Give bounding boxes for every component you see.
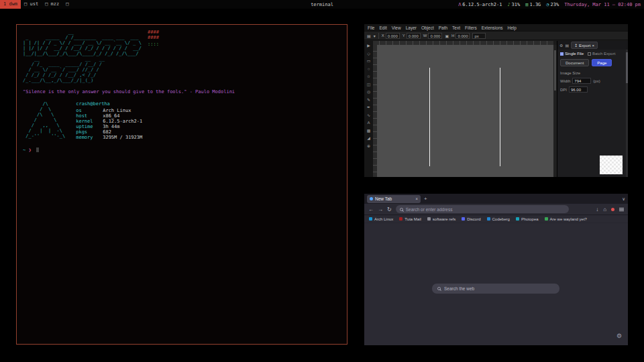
menu-path[interactable]: Path bbox=[439, 25, 447, 30]
menu-filters[interactable]: Filters bbox=[465, 25, 477, 30]
x-value[interactable]: 0.000 bbox=[386, 33, 400, 39]
new-tab-button[interactable]: + bbox=[424, 196, 427, 202]
workspace-tag-4[interactable]: □ bbox=[62, 0, 72, 9]
menu-edit[interactable]: Edit bbox=[379, 25, 386, 30]
close-icon[interactable]: × bbox=[415, 196, 418, 201]
back-button[interactable]: ← bbox=[368, 206, 374, 213]
memory-icon: ▥ bbox=[525, 2, 528, 7]
bookmark-favicon bbox=[462, 217, 465, 221]
panel-scrollbar[interactable] bbox=[626, 50, 628, 177]
home-icon[interactable]: ⌂ bbox=[603, 206, 606, 213]
bookmark-folder-icon bbox=[427, 217, 431, 221]
lock-ratio-icon[interactable]: ▣ bbox=[445, 34, 449, 38]
h-value[interactable]: 0.000 bbox=[455, 33, 470, 39]
document-button[interactable]: Document bbox=[560, 59, 589, 66]
menu-help[interactable]: Help bbox=[508, 25, 517, 30]
new-tab-page: Search the web ⚙ bbox=[364, 223, 628, 345]
bookmark-tuta-mail[interactable]: Tuta Mail bbox=[399, 217, 421, 221]
tool-rectangle-icon[interactable]: ▭ bbox=[366, 58, 372, 64]
url-bar[interactable]: Search or enter address bbox=[396, 205, 569, 213]
export-panel: ⚙ ▤ ↥ Export × Single File Batch Export bbox=[557, 41, 628, 177]
units-dropdown[interactable]: px bbox=[472, 33, 486, 39]
menu-view[interactable]: View bbox=[392, 25, 401, 30]
tool-pencil-icon[interactable]: ✎ bbox=[366, 97, 372, 103]
bookmark-photopea[interactable]: Photopea bbox=[516, 217, 539, 221]
menu-extensions[interactable]: Extensions bbox=[482, 25, 503, 30]
batch-export-option[interactable]: Batch Export bbox=[588, 52, 615, 56]
extension-record-icon[interactable] bbox=[611, 208, 614, 211]
bookmark-are-we-wayland-yet[interactable]: Are we wayland yet? bbox=[545, 217, 587, 221]
tool-text-icon[interactable]: A bbox=[366, 120, 372, 126]
personalize-gear-icon[interactable]: ⚙ bbox=[616, 333, 622, 339]
export-area-buttons: Document Page bbox=[557, 58, 628, 68]
menu-text[interactable]: Text bbox=[452, 25, 460, 30]
menu-hamburger-icon[interactable] bbox=[619, 208, 624, 211]
reload-button[interactable]: ↻ bbox=[387, 206, 392, 213]
export-dpi-input[interactable]: 96.00 bbox=[569, 86, 588, 93]
tool-3dbox-icon[interactable]: ◫ bbox=[366, 82, 372, 88]
list-tabs-chevron-icon[interactable]: ∨ bbox=[622, 196, 625, 202]
tool-calligraphy-icon[interactable]: ∿ bbox=[366, 113, 372, 119]
single-file-option[interactable]: Single File bbox=[560, 52, 584, 56]
panel-layers-icon[interactable]: ▤ bbox=[565, 43, 569, 48]
browser-tab[interactable]: New Tab × bbox=[367, 195, 421, 203]
bookmark-codeberg[interactable]: Codeberg bbox=[487, 217, 510, 221]
menu-layer[interactable]: Layer bbox=[406, 25, 417, 30]
fetch-value: 682 bbox=[103, 129, 111, 135]
fetch-value: 6.12.5-arch2-1 bbox=[103, 119, 142, 124]
tool-options-icon[interactable]: ▤ bbox=[367, 34, 371, 38]
close-icon[interactable]: × bbox=[592, 44, 594, 48]
bookmark-software-refs[interactable]: software refs bbox=[427, 217, 455, 221]
y-field[interactable]: Y 0.000 bbox=[402, 33, 421, 39]
height-field[interactable]: H 0.000 bbox=[451, 33, 470, 39]
tool-zoom-icon[interactable]: ⊕ bbox=[366, 143, 372, 149]
fetch-label: pkgs bbox=[76, 129, 103, 135]
bookmark-label: Discord bbox=[467, 217, 480, 221]
scrollbar-thumb[interactable] bbox=[626, 52, 628, 83]
scrollbar-thumb[interactable] bbox=[554, 50, 556, 90]
x-field[interactable]: X 0.000 bbox=[382, 33, 400, 39]
status-modules: Λ 6.12.5-arch2-1 ♪ 31% ▥ 1.3G ◔ 23% Thur… bbox=[458, 2, 644, 7]
inkscape-window: File Edit View Layer Object Path Text Fi… bbox=[364, 24, 628, 177]
tool-selector-icon[interactable]: ▶ bbox=[366, 43, 372, 49]
inkscape-canvas[interactable] bbox=[377, 45, 553, 177]
bookmark-favicon bbox=[516, 217, 519, 221]
export-width-input[interactable]: 794 bbox=[572, 78, 591, 84]
export-tab[interactable]: ↥ Export × bbox=[571, 42, 598, 49]
width-field[interactable]: W 0.000 bbox=[423, 33, 443, 39]
fetch-label: memory bbox=[76, 135, 103, 140]
forward-button[interactable]: → bbox=[378, 206, 383, 213]
ascii-deco-green: :::: bbox=[148, 42, 159, 47]
y-value[interactable]: 0.000 bbox=[407, 33, 421, 39]
downloads-icon[interactable]: ↓ bbox=[596, 206, 598, 213]
page-button[interactable]: Page bbox=[592, 59, 612, 66]
tool-gradient-icon[interactable]: ▩ bbox=[366, 128, 372, 134]
w-value[interactable]: 0.000 bbox=[428, 33, 442, 39]
bookmark-discord[interactable]: Discord bbox=[462, 217, 480, 221]
tool-star-icon[interactable]: ☆ bbox=[366, 74, 372, 80]
dropdown-icon[interactable]: ▾ bbox=[374, 34, 376, 38]
y-label: Y bbox=[402, 34, 405, 38]
menu-object[interactable]: Object bbox=[421, 25, 434, 30]
tool-ellipse-icon[interactable]: ○ bbox=[366, 66, 372, 72]
workspace-tag-3[interactable]: □ mzz bbox=[42, 0, 62, 9]
fetch-row-kernel: kernel6.12.5-arch2-1 bbox=[76, 119, 142, 124]
url-placeholder: Search or enter address bbox=[406, 207, 453, 212]
bookmark-label: Arch Linux bbox=[374, 217, 393, 221]
tool-node-icon[interactable]: ◇ bbox=[366, 51, 372, 57]
workspace-tag-1[interactable]: 1 dwm bbox=[0, 0, 21, 9]
memory-usage: 1.3G bbox=[529, 2, 541, 7]
menu-file[interactable]: File bbox=[368, 25, 374, 30]
tool-spiral-icon[interactable]: ◎ bbox=[366, 89, 372, 95]
bookmark-arch-linux[interactable]: Arch Linux bbox=[369, 217, 393, 221]
shell-prompt[interactable]: ~ ❯ bbox=[23, 147, 341, 153]
tool-dropper-icon[interactable]: ◢ bbox=[366, 135, 372, 141]
fetch-value: 3h 44m bbox=[103, 124, 119, 129]
panel-settings-icon[interactable]: ⚙ bbox=[559, 43, 563, 48]
web-search-input[interactable]: Search the web bbox=[432, 284, 559, 294]
bookmark-favicon bbox=[487, 217, 490, 221]
workspace-tag-2[interactable]: □ ust bbox=[21, 0, 42, 9]
tool-pen-icon[interactable]: ✒ bbox=[366, 105, 372, 111]
tab-title: New Tab bbox=[375, 196, 413, 201]
kernel-status: Λ 6.12.5-arch2-1 bbox=[458, 2, 502, 7]
